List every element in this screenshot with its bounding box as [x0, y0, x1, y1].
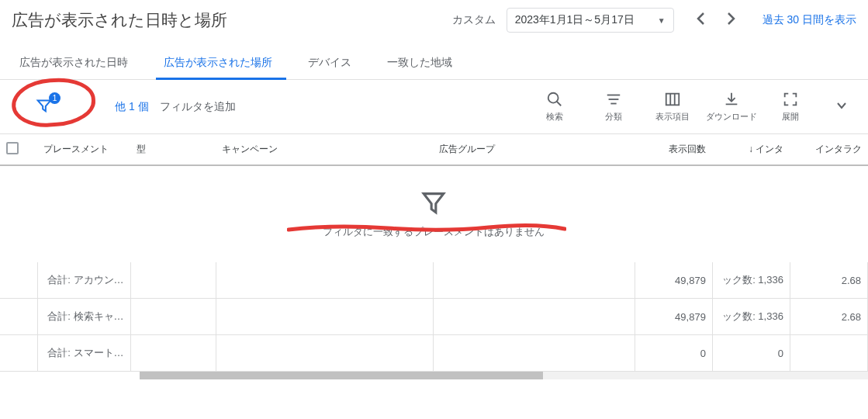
toolbar: 1 他 1 個 フィルタを追加 検索 分類 表示項目 ダウンロード 展開	[0, 80, 868, 134]
more-chevron-button[interactable]	[829, 99, 854, 115]
col-impressions[interactable]: 表示回数	[635, 134, 712, 165]
cell-impressions: 0	[635, 335, 712, 372]
sort-arrow-icon: ↓	[749, 144, 753, 154]
expand-button[interactable]: 展開	[761, 91, 820, 123]
filter-add-label[interactable]: フィルタを追加	[160, 100, 236, 114]
col-type[interactable]: 型	[130, 134, 216, 165]
scrollbar-thumb[interactable]	[140, 372, 543, 379]
row-label: 合計: 検索キャ…	[37, 299, 130, 335]
dropdown-arrow-icon: ▼	[658, 16, 666, 25]
download-icon	[723, 91, 740, 108]
cell-c3: 2.68	[790, 299, 867, 335]
search-label: 検索	[546, 111, 563, 123]
page-header: 広告が表示された日時と場所 カスタム 2023年1月1日～5月17日 ▼ 過去 …	[0, 0, 868, 47]
checkbox-icon	[6, 142, 19, 154]
search-button[interactable]: 検索	[525, 91, 584, 123]
expand-icon	[782, 91, 799, 108]
cell-impressions: 49,879	[635, 299, 712, 335]
col-interaction[interactable]: ↓ インタ	[712, 134, 790, 165]
segment-icon	[605, 91, 622, 108]
svg-rect-5	[666, 94, 680, 106]
select-all-cell[interactable]	[0, 134, 37, 165]
download-label: ダウンロード	[706, 111, 757, 123]
col-campaign[interactable]: キャンペーン	[216, 134, 433, 165]
table-row: 合計: 検索キャ… 49,879 ック数: 1,336 2.68	[0, 299, 868, 335]
col-placement[interactable]: プレースメント	[37, 134, 130, 165]
tabs: 広告が表示された日時 広告が表示された場所 デバイス 一致した地域	[0, 47, 868, 80]
table-header-row: プレースメント 型 キャンペーン 広告グループ 表示回数 ↓ インタ インタラク	[0, 134, 868, 165]
row-label: 合計: スマート…	[37, 335, 130, 372]
segment-label: 分類	[605, 111, 622, 123]
date-range-picker[interactable]: 2023年1月1日～5月17日 ▼	[507, 8, 674, 33]
data-table: プレースメント 型 キャンペーン 広告グループ 表示回数 ↓ インタ インタラク…	[0, 134, 868, 372]
next-period-button[interactable]	[716, 9, 747, 32]
last-30-days-link[interactable]: 過去 30 日間を表示	[763, 13, 856, 27]
download-button[interactable]: ダウンロード	[702, 91, 761, 123]
tab-location[interactable]: 一致した地域	[379, 47, 466, 79]
table-row: 合計: スマート… 0 0	[0, 335, 868, 372]
expand-label: 展開	[782, 111, 799, 123]
cell-c2: ック数: 1,336	[712, 262, 790, 299]
date-mode-label: カスタム	[452, 13, 496, 27]
empty-message: フィルタに一致するプレースメントはありません	[0, 225, 868, 239]
col-adgroup[interactable]: 広告グループ	[433, 134, 635, 165]
cell-c3	[790, 335, 867, 372]
tab-when[interactable]: 広告が表示された日時	[12, 47, 142, 79]
svg-point-0	[548, 93, 558, 103]
svg-line-1	[557, 102, 562, 106]
search-icon	[546, 91, 563, 108]
tab-where[interactable]: 広告が表示された場所	[156, 47, 286, 79]
date-range-text: 2023年1月1日～5月17日	[515, 13, 635, 27]
row-label: 合計: アカウン…	[37, 262, 130, 299]
empty-state: フィルタに一致するプレースメントはありません	[0, 165, 868, 262]
columns-button[interactable]: 表示項目	[643, 91, 702, 123]
chevron-down-icon	[835, 99, 848, 112]
empty-filter-icon	[0, 189, 868, 219]
horizontal-scrollbar[interactable]	[140, 372, 868, 379]
col-interaction2[interactable]: インタラク	[790, 134, 867, 165]
filter-extra-link[interactable]: 他 1 個	[115, 100, 149, 114]
segment-button[interactable]: 分類	[584, 91, 643, 123]
page-title: 広告が表示された日時と場所	[12, 9, 452, 31]
filter-icon-button[interactable]: 1	[36, 97, 53, 117]
cell-c2: ック数: 1,336	[712, 299, 790, 335]
prev-period-button[interactable]	[685, 9, 716, 32]
columns-label: 表示項目	[655, 111, 690, 123]
columns-icon	[664, 91, 681, 108]
table-row: 合計: アカウン… 49,879 ック数: 1,336 2.68	[0, 262, 868, 299]
tab-device[interactable]: デバイス	[300, 47, 365, 79]
cell-impressions: 49,879	[635, 262, 712, 299]
cell-c2: 0	[712, 335, 790, 372]
cell-c3: 2.68	[790, 262, 867, 299]
filter-count-badge: 1	[49, 92, 61, 104]
